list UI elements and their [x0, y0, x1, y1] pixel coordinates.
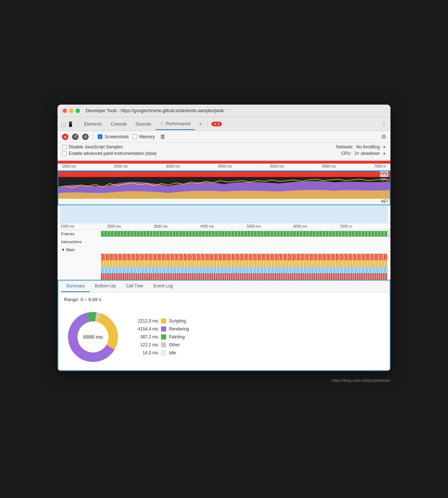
- other-color: [161, 342, 166, 347]
- reload-icon: ↺: [74, 134, 77, 139]
- legend: 2212.0 ms Scripting 4154.4 ms Rendering …: [133, 318, 189, 355]
- error-badge: ✕ 1: [211, 122, 222, 126]
- other-value: 122.2 ms: [133, 342, 158, 347]
- timeline-detail: 1000 ms 2000 ms 3000 ms 4000 ms 5000 ms …: [58, 223, 390, 254]
- summary-panel: Summary Bottom-Up Call Tree Event Log Ra…: [58, 280, 390, 371]
- vertical-scrollbar[interactable]: [388, 230, 390, 238]
- enable-paint-label: Enable advanced paint instrumentation (s…: [69, 151, 157, 156]
- memory-label: Memory: [139, 134, 155, 139]
- tab-bottom-up[interactable]: Bottom-Up: [90, 280, 121, 292]
- task-row-1-spacer: [58, 254, 101, 260]
- task-row-2: [58, 260, 390, 267]
- ruler-label-2: 2000 ms: [114, 164, 128, 168]
- disable-js-checkbox[interactable]: [62, 145, 67, 149]
- tab-menu-button[interactable]: ⋮: [381, 121, 387, 127]
- screenshots-checkbox[interactable]: ✓: [98, 134, 102, 139]
- summary-tabs: Summary Bottom-Up Call Tree Event Log: [58, 280, 390, 292]
- network-value: No throttling: [356, 144, 380, 149]
- frames-track: [101, 230, 388, 237]
- tab-performance[interactable]: ⚠ Performance: [156, 118, 195, 130]
- ruler-label-1: 1000 ms: [62, 164, 76, 168]
- warning-icon: ⚠: [160, 121, 164, 126]
- legend-scripting: 2212.0 ms Scripting: [133, 318, 189, 324]
- rendering-value: 4154.4 ms: [133, 326, 158, 332]
- tabs-bar: ⬚ 📱 Elements Console Sources ⚠ Performan…: [58, 117, 390, 131]
- clear-button[interactable]: ⊘: [82, 134, 89, 140]
- task-row-2-chart: [101, 260, 388, 267]
- screenshots-area: [58, 205, 390, 223]
- screenshots-strip: [60, 206, 388, 223]
- options-row-2: Enable advanced paint instrumentation (s…: [62, 151, 386, 156]
- tab-summary[interactable]: Summary: [61, 280, 90, 292]
- main-track: [101, 246, 388, 253]
- idle-label: Idle: [169, 350, 176, 355]
- task-row-3: [58, 267, 390, 273]
- timeline-ruler-top: 1000 ms 2000 ms 3000 ms 4000 ms 5000 ms …: [58, 160, 390, 170]
- svg-rect-16: [101, 273, 388, 280]
- frames-label: Frames: [58, 232, 101, 236]
- net-label: NET: [381, 199, 388, 204]
- svg-rect-3: [101, 231, 388, 237]
- cursor-icon[interactable]: ⬚: [61, 121, 66, 127]
- ruler2-label-5: 5000 ms: [247, 224, 261, 228]
- device-icon[interactable]: 📱: [67, 121, 73, 127]
- task-row-1: [58, 254, 390, 260]
- rendering-label: Rendering: [169, 326, 189, 332]
- ruler2-label-6: 6000 ms: [293, 224, 307, 228]
- fps-row: FPS: [58, 171, 390, 177]
- record-icon: ●: [64, 135, 67, 139]
- ruler-label-4: 4000 ms: [218, 164, 232, 168]
- donut-label: 6890 ms: [83, 334, 103, 340]
- cpu-row: CPU: [58, 177, 390, 199]
- window-title: Developer Tools - https://googlechrome.g…: [86, 108, 224, 113]
- frames-chart: [101, 231, 388, 237]
- footer-url: https://blog.csdn.net/juzipidemimi: [58, 378, 390, 383]
- task-row-4-spacer: [58, 273, 101, 280]
- interactions-row: Interactions: [58, 238, 390, 246]
- cpu-option: CPU: 2× slowdown ▼: [341, 151, 386, 156]
- painting-color: [161, 334, 166, 339]
- task-row-2-spacer: [58, 260, 101, 267]
- tab-elements[interactable]: Elements: [80, 119, 106, 130]
- clear-icon: ⊘: [84, 134, 87, 139]
- rendering-color: [161, 326, 166, 332]
- legend-rendering: 4154.4 ms Rendering: [133, 326, 189, 332]
- range-text: Range: 0 – 6.89 s: [64, 297, 384, 302]
- title-bar: Developer Tools - https://googlechrome.g…: [58, 105, 390, 117]
- tab-console[interactable]: Console: [106, 119, 131, 130]
- fps-label: FPS: [380, 171, 388, 177]
- main-row: ▼ Main: [58, 246, 390, 254]
- task-row-3-scroll: [388, 267, 390, 273]
- ruler-label-7: 7000 m: [374, 164, 386, 168]
- options-row-1: Disable JavaScript Samples Network: No t…: [62, 144, 386, 149]
- cpu-dropdown-arrow[interactable]: ▼: [383, 152, 386, 156]
- tab-event-log[interactable]: Event Log: [148, 280, 178, 292]
- disable-js-label: Disable JavaScript Samples: [69, 144, 123, 149]
- maximize-button[interactable]: [76, 109, 80, 113]
- chart-area: 6890 ms 2212.0 ms Scripting 4154.4 ms Re…: [64, 308, 384, 366]
- minimize-button[interactable]: [69, 109, 73, 113]
- enable-paint-checkbox[interactable]: [62, 151, 67, 156]
- tab-more[interactable]: »: [195, 119, 206, 130]
- timeline-ruler2: 1000 ms 2000 ms 3000 ms 4000 ms 5000 ms …: [58, 223, 390, 230]
- tab-call-tree[interactable]: Call Tree: [121, 280, 148, 292]
- network-dropdown-arrow[interactable]: ▼: [383, 145, 386, 149]
- idle-color: [161, 350, 166, 355]
- reload-button[interactable]: ↺: [72, 134, 79, 140]
- tab-sources[interactable]: Sources: [131, 119, 156, 130]
- record-button[interactable]: ●: [62, 134, 68, 140]
- summary-content: Range: 0 – 6.89 s 6890 ms: [58, 292, 390, 370]
- svg-rect-9: [101, 260, 388, 267]
- memory-checkbox[interactable]: [132, 134, 137, 139]
- settings-gear-icon[interactable]: ⚙: [381, 133, 386, 140]
- task-row-4: [58, 273, 390, 280]
- svg-rect-0: [60, 206, 388, 223]
- ruler-label-6: 6000 ms: [322, 164, 336, 168]
- screenshots-label: Screenshots: [105, 134, 129, 139]
- close-button[interactable]: [63, 109, 67, 113]
- ruler2-label-1: 1000 ms: [60, 224, 74, 228]
- task-row-3-spacer: [58, 267, 101, 273]
- interactions-label: Interactions: [58, 240, 101, 244]
- delete-icon[interactable]: 🗑: [160, 134, 166, 140]
- enable-paint-row: Enable advanced paint instrumentation (s…: [62, 151, 157, 156]
